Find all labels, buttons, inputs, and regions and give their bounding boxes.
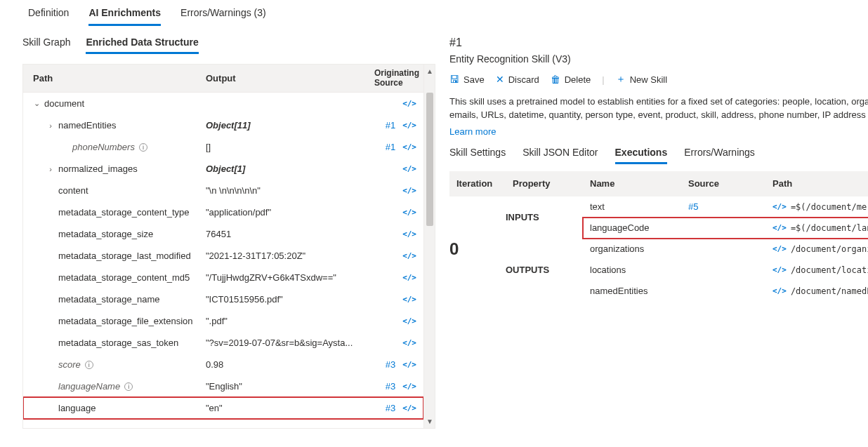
chevron-icon[interactable]: › — [47, 121, 54, 130]
info-icon[interactable]: i — [85, 361, 93, 369]
output-value: [] — [206, 142, 374, 152]
output-value: "?sv=2019-07-07&sr=b&sig=Aysta... — [206, 338, 374, 348]
tab-errors-warnings[interactable]: Errors/Warnings (3) — [180, 7, 266, 26]
tab-skill-settings[interactable]: Skill Settings — [449, 147, 506, 164]
code-icon[interactable]: </> — [772, 265, 787, 274]
col-property: Property — [513, 178, 590, 189]
col-source: Source — [688, 178, 772, 189]
subtab-skill-graph[interactable]: Skill Graph — [22, 36, 70, 54]
table-row[interactable]: ›normalized_imagesObject[1]</> — [23, 158, 423, 180]
col-path: Path — [23, 73, 206, 84]
code-icon[interactable]: </> — [772, 223, 787, 232]
originating-link[interactable]: #1 — [386, 142, 395, 152]
exec-row: locations</>/document/locations — [583, 260, 868, 281]
table-row[interactable]: metadata_storage_content_md5"/TujjHwdgZR… — [23, 267, 423, 288]
skill-description: This skill uses a pretrained model to es… — [449, 95, 868, 122]
table-row[interactable]: language"en"#3</> — [23, 397, 423, 419]
code-icon[interactable]: </> — [402, 316, 416, 326]
table-row[interactable]: languageNamei"English"#3</> — [23, 375, 423, 397]
code-icon[interactable]: </> — [402, 142, 416, 152]
code-icon[interactable]: </> — [402, 403, 416, 413]
output-value: 0.98 — [206, 359, 374, 370]
tab-definition[interactable]: Definition — [28, 7, 69, 26]
code-icon[interactable]: </> — [402, 99, 416, 108]
discard-icon: ✕ — [496, 74, 504, 85]
exec-path: /document/locations — [791, 265, 868, 275]
plus-icon: ＋ — [616, 73, 626, 86]
delete-button[interactable]: 🗑 Delete — [551, 74, 591, 85]
originating-link[interactable]: #3 — [386, 359, 395, 370]
output-value: Object[1] — [206, 164, 374, 174]
discard-button[interactable]: ✕ Discard — [496, 74, 539, 85]
delete-icon: 🗑 — [551, 74, 560, 85]
output-value: "/TujjHwdgZRV+G6k4TSxdw==" — [206, 272, 374, 283]
info-icon[interactable]: i — [139, 143, 147, 152]
originating-link[interactable]: #3 — [386, 403, 395, 413]
output-value: "English" — [206, 381, 374, 392]
code-icon[interactable]: </> — [772, 244, 787, 253]
table-row[interactable]: ›namedEntitiesObject[11]#1</> — [23, 114, 423, 136]
code-icon[interactable]: </> — [402, 273, 416, 282]
code-icon[interactable]: </> — [402, 251, 416, 260]
output-value: "ICT01515956.pdf" — [206, 294, 374, 305]
scrollbar[interactable]: ▲ ▼ — [423, 65, 435, 428]
code-icon[interactable]: </> — [402, 186, 416, 195]
path-name: metadata_storage_sas_token — [58, 338, 178, 348]
chevron-icon[interactable]: ⌄ — [33, 99, 40, 108]
code-icon[interactable]: </> — [772, 202, 787, 211]
exec-path: =$(/document/merged_c... — [791, 202, 868, 212]
path-name: metadata_storage_last_modified — [58, 251, 191, 261]
tab-skill-json[interactable]: Skill JSON Editor — [522, 147, 598, 164]
exec-source[interactable]: #5 — [688, 201, 772, 212]
output-value: Object[11] — [206, 120, 374, 131]
path-name: metadata_storage_content_type — [58, 207, 189, 218]
code-icon[interactable]: </> — [402, 164, 416, 173]
chevron-icon[interactable]: › — [47, 165, 54, 173]
tab-ai-enrichments[interactable]: AI Enrichments — [88, 7, 161, 26]
new-skill-button[interactable]: ＋ New Skill — [616, 73, 667, 86]
sub-tabs: Skill Graph Enriched Data Structure — [22, 36, 435, 54]
output-value: "application/pdf" — [206, 207, 374, 218]
table-row[interactable]: metadata_storage_sas_token"?sv=2019-07-0… — [23, 332, 423, 354]
skill-tabs: Skill Settings Skill JSON Editor Executi… — [449, 147, 868, 164]
exec-row: text#5</>=$(/document/merged_c... — [583, 196, 868, 218]
table-row[interactable]: ⌄document</> — [23, 93, 423, 114]
path-name: namedEntities — [58, 120, 116, 131]
exec-row: organizations</>/document/organizations — [583, 239, 868, 260]
originating-link[interactable]: #3 — [386, 381, 395, 392]
code-icon[interactable]: </> — [402, 295, 416, 304]
path-name: metadata_storage_name — [58, 294, 160, 305]
tree-table-header: Path Output Originating Source — [23, 65, 423, 93]
exec-path: =$(/document/language... — [791, 223, 868, 233]
table-row[interactable]: metadata_storage_name"ICT01515956.pdf"</… — [23, 288, 423, 310]
save-icon: 🖫 — [449, 74, 459, 85]
originating-link[interactable]: #1 — [386, 120, 395, 131]
path-name: languageName — [58, 381, 120, 392]
table-row[interactable]: content"\n \n\n\n\n\n"</> — [23, 180, 423, 201]
path-name: metadata_storage_size — [58, 229, 153, 239]
learn-more-link[interactable]: Learn more — [449, 126, 868, 137]
code-icon[interactable]: </> — [772, 286, 787, 295]
tab-skill-errors[interactable]: Errors/Warnings — [684, 147, 755, 164]
code-icon[interactable]: </> — [402, 208, 416, 217]
table-row[interactable]: metadata_storage_last_modified"2021-12-3… — [23, 245, 423, 267]
table-row[interactable]: metadata_storage_file_extension".pdf"</> — [23, 310, 423, 332]
save-button[interactable]: 🖫 Save — [449, 74, 485, 85]
output-value: ".pdf" — [206, 316, 374, 326]
code-icon[interactable]: </> — [402, 121, 416, 130]
table-row[interactable]: metadata_storage_size76451</> — [23, 223, 423, 245]
table-row[interactable]: scorei0.98#3</> — [23, 354, 423, 375]
table-row[interactable]: phoneNumbersi[]#1</> — [23, 136, 423, 158]
code-icon[interactable]: </> — [402, 382, 416, 391]
col-originating-source: Originating Source — [374, 69, 423, 87]
code-icon[interactable]: </> — [402, 229, 416, 239]
code-icon[interactable]: </> — [402, 360, 416, 369]
path-name: document — [44, 98, 84, 109]
tab-executions[interactable]: Executions — [615, 147, 668, 164]
outputs-label: OUTPUTS — [506, 239, 583, 302]
code-icon[interactable]: </> — [402, 338, 416, 347]
exec-name: text — [590, 201, 688, 212]
subtab-enriched-data[interactable]: Enriched Data Structure — [86, 36, 198, 54]
info-icon[interactable]: i — [124, 382, 133, 391]
table-row[interactable]: metadata_storage_content_type"applicatio… — [23, 201, 423, 223]
